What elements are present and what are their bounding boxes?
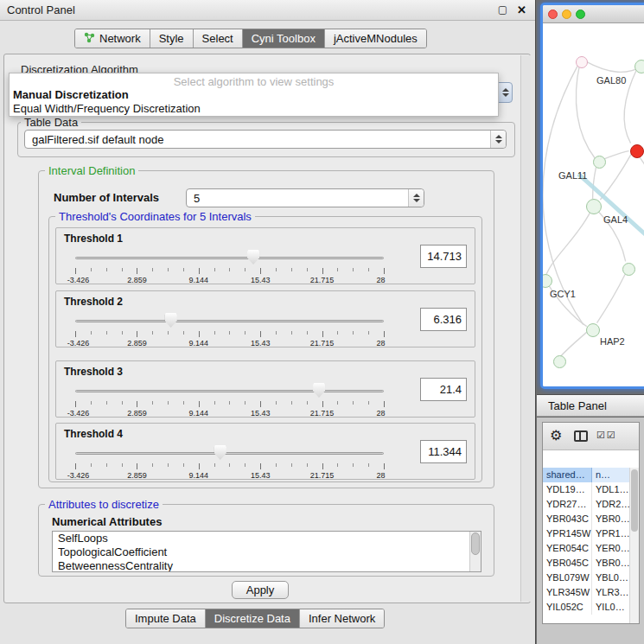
number-of-intervals-label: Number of Intervals <box>54 191 159 204</box>
network-node-selected[interactable] <box>630 144 644 158</box>
threshold-2-label: Threshold 2 <box>64 296 123 308</box>
threshold-4-value-field[interactable]: 11.344 <box>420 440 467 463</box>
node-label: GCY1 <box>550 289 576 299</box>
column-header-shared-name[interactable]: shared… <box>543 468 592 482</box>
threshold-1-slider[interactable]: -3.4262.8599.14415.4321.71528 <box>75 249 384 284</box>
table-scrollbar-thumb[interactable] <box>631 469 638 532</box>
network-node[interactable] <box>586 323 600 337</box>
network-view-window: GAL80 GAL11 GAL4 GCY1 HAP2 <box>540 3 644 389</box>
slider-handle[interactable] <box>214 445 226 460</box>
threshold-4-label: Threshold 4 <box>64 428 123 440</box>
table-row[interactable]: YLR345WYLR3… <box>543 585 639 600</box>
network-canvas[interactable]: GAL80 GAL11 GAL4 GCY1 HAP2 <box>543 23 644 386</box>
thresholds-group-label: Threshold's Coordinates for 5 Intervals <box>55 210 255 223</box>
tab-style[interactable]: Style <box>150 29 194 48</box>
list-item[interactable]: TopologicalCoefficient <box>53 545 481 559</box>
slider-track[interactable] <box>75 452 384 455</box>
list-scrollbar[interactable] <box>469 532 481 571</box>
tab-infer-network[interactable]: Infer Network <box>300 609 384 628</box>
slider-handle[interactable] <box>313 383 325 398</box>
tab-discretize-data[interactable]: Discretize Data <box>206 609 300 628</box>
slider-track[interactable] <box>75 390 384 392</box>
node-label: GAL4 <box>603 214 628 225</box>
network-node[interactable] <box>593 156 606 169</box>
network-node[interactable] <box>634 60 644 73</box>
threshold-3-value-field[interactable]: 21.4 <box>420 378 467 401</box>
stepper-down-icon <box>502 93 509 97</box>
threshold-2-value-field[interactable]: 6.316 <box>420 308 467 331</box>
network-node[interactable] <box>553 355 566 368</box>
table-row[interactable]: YBL079WYBL0… <box>543 571 639 585</box>
tab-impute-data[interactable]: Impute Data <box>126 609 206 628</box>
list-item[interactable]: SelfLoops <box>53 532 481 545</box>
interval-definition-group-label: Interval Definition <box>45 164 138 177</box>
table-row[interactable]: YDR27…YDR2… <box>543 497 639 512</box>
float-window-icon[interactable]: ▢ <box>498 3 507 16</box>
number-of-intervals-combobox[interactable]: 5 <box>186 188 424 207</box>
tab-select[interactable]: Select <box>194 29 243 48</box>
table-panel-region: ⚙ ☑☑ shared… n… YDL19…YDL1… YDR27…YDR2… … <box>537 418 644 644</box>
zoom-traffic-light-icon[interactable] <box>576 10 585 19</box>
slider-handle[interactable] <box>247 250 259 265</box>
control-panel-titlebar: Control Panel ▢ ✕ <box>0 0 535 21</box>
slider-track[interactable] <box>75 320 384 322</box>
numerical-attributes-label: Numerical Attributes <box>52 515 162 528</box>
table-data-group-label: Table Data <box>21 116 81 129</box>
node-label: GAL80 <box>596 75 626 86</box>
close-icon[interactable]: ✕ <box>517 3 526 16</box>
table-toolbar: ⚙ ☑☑ <box>543 423 639 450</box>
threshold-3-slider[interactable]: -3.4262.8599.14415.4321.71528 <box>75 382 384 417</box>
table-row[interactable]: YBR043CYBR0… <box>543 512 639 526</box>
numerical-attributes-list[interactable]: SelfLoops TopologicalCoefficient Between… <box>52 531 481 572</box>
algorithm-combobox-stepper[interactable] <box>498 82 513 103</box>
tab-jactivemnodules[interactable]: jActiveMNodules <box>325 29 426 48</box>
dropdown-option-equal-width[interactable]: Equal Width/Frequency Discretization <box>10 101 498 115</box>
network-node[interactable] <box>586 199 602 214</box>
node-label: HAP2 <box>600 336 625 347</box>
slider-ticks <box>75 401 384 408</box>
threshold-4-panel: Threshold 4 -3.4262.8599.14415.4321.7152… <box>55 423 475 480</box>
network-node[interactable] <box>576 56 588 68</box>
tab-cyni-toolbox[interactable]: Cyni Toolbox <box>243 29 325 48</box>
table-panel-title: Table Panel <box>548 399 607 412</box>
panel-scrollbar[interactable] <box>520 55 531 602</box>
table-row[interactable]: YDL19…YDL1… <box>543 482 639 497</box>
node-label: GAL11 <box>558 170 587 181</box>
table-row[interactable]: YER054CYER0… <box>543 541 639 556</box>
table-data-combobox[interactable]: galFiltered.sif default node <box>24 130 507 149</box>
threshold-1-label: Threshold 1 <box>64 233 123 245</box>
slider-ticks <box>75 463 384 470</box>
table-header-row: shared… n… <box>543 468 639 482</box>
close-traffic-light-icon[interactable] <box>548 10 558 19</box>
dropdown-option-manual-discretization[interactable]: Manual Discretization <box>10 87 498 101</box>
table-row[interactable]: YIL052CYIL0… <box>543 600 639 615</box>
slider-handle[interactable] <box>165 313 177 328</box>
threshold-4-slider[interactable]: -3.4262.8599.14415.4321.71528 <box>75 444 384 479</box>
threshold-2-slider[interactable]: -3.4262.8599.14415.4321.71528 <box>75 312 384 347</box>
threshold-2-panel: Threshold 2 -3.4262.8599.14415.4321.7152… <box>55 290 475 348</box>
slider-track[interactable] <box>75 257 384 259</box>
window-title: Control Panel <box>7 3 75 16</box>
gear-icon[interactable]: ⚙ <box>550 427 562 443</box>
table-gap <box>543 450 639 468</box>
minimize-traffic-light-icon[interactable] <box>562 10 571 19</box>
list-item[interactable]: BetweennessCentrality <box>53 559 481 572</box>
algorithm-dropdown-menu: Select algorithm to view settings Manual… <box>9 73 499 117</box>
threshold-1-value-field[interactable]: 14.713 <box>420 245 467 268</box>
tab-network[interactable]: Network <box>75 29 150 48</box>
attributes-group-label: Attributes to discretize <box>45 498 163 511</box>
table-row[interactable]: YBR045CYBR0… <box>543 556 639 571</box>
apply-button[interactable]: Apply <box>232 581 289 599</box>
combobox-stepper <box>490 131 506 148</box>
network-node[interactable] <box>622 263 635 276</box>
network-icon <box>84 32 95 46</box>
table-scrollbar[interactable] <box>629 468 639 623</box>
list-scrollbar-thumb[interactable] <box>471 532 480 555</box>
table-row[interactable]: YPR145WYPR1… <box>543 526 639 541</box>
tab-label: Network <box>99 32 141 45</box>
columns-icon[interactable] <box>574 430 588 442</box>
dropdown-placeholder-item: Select algorithm to view settings <box>10 73 498 87</box>
stepper-up-icon <box>502 88 509 92</box>
checkbox-icons[interactable]: ☑☑ <box>596 430 617 441</box>
network-window-titlebar <box>543 5 644 23</box>
